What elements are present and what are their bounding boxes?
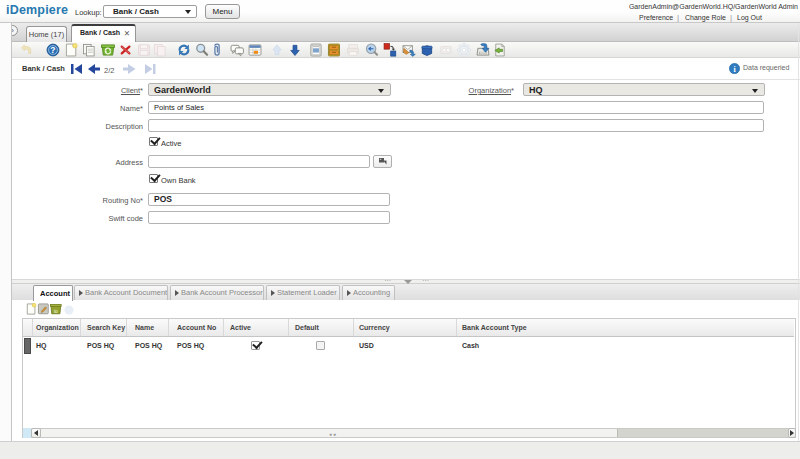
svg-text:io: io xyxy=(54,309,58,314)
svg-text:?: ? xyxy=(50,45,55,55)
svg-text:2/2: 2/2 xyxy=(104,66,114,75)
